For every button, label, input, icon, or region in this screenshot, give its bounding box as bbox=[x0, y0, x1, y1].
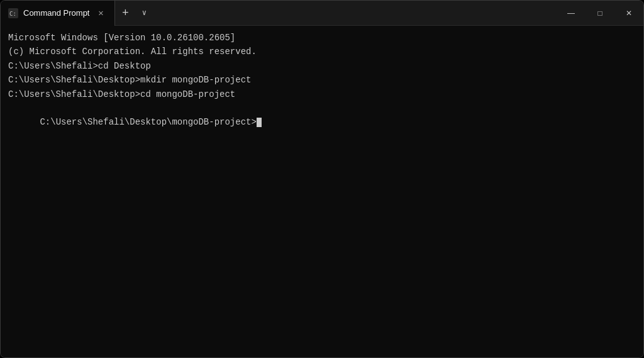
new-tab-button[interactable]: + bbox=[115, 3, 135, 23]
close-button[interactable]: ✕ bbox=[614, 1, 643, 26]
terminal-prompt-text: C:\Users\Shefali\Desktop\mongoDB-project… bbox=[40, 117, 256, 127]
tab-dropdown-button[interactable]: ∨ bbox=[135, 4, 153, 22]
terminal-window: C: Command Prompt ✕ + ∨ — □ ✕ Microsoft … bbox=[0, 0, 644, 358]
tab-title-label: Command Prompt bbox=[23, 8, 89, 18]
maximize-button[interactable]: □ bbox=[586, 1, 614, 26]
cmd-icon: C: bbox=[8, 8, 18, 18]
window-controls: — □ ✕ bbox=[557, 1, 643, 26]
active-tab[interactable]: C: Command Prompt ✕ bbox=[1, 1, 115, 26]
terminal-line-3: C:\Users\Shefali>cd Desktop bbox=[8, 59, 636, 73]
svg-text:C:: C: bbox=[9, 11, 16, 17]
terminal-line-0: Microsoft Windows [Version 10.0.26100.26… bbox=[8, 31, 636, 45]
terminal-line-1: (c) Microsoft Corporation. All rights re… bbox=[8, 45, 636, 59]
terminal-cursor bbox=[257, 118, 262, 127]
terminal-line-5: C:\Users\Shefali\Desktop>mkdir mongoDB-p… bbox=[8, 73, 636, 87]
terminal-prompt-line: C:\Users\Shefali\Desktop\mongoDB-project… bbox=[8, 101, 636, 143]
titlebar: C: Command Prompt ✕ + ∨ — □ ✕ bbox=[1, 1, 643, 26]
terminal-line-7: C:\Users\Shefali\Desktop>cd mongoDB-proj… bbox=[8, 87, 636, 101]
tab-close-button[interactable]: ✕ bbox=[94, 7, 107, 20]
minimize-button[interactable]: — bbox=[557, 1, 586, 26]
terminal-body[interactable]: Microsoft Windows [Version 10.0.26100.26… bbox=[1, 26, 643, 357]
titlebar-left: C: Command Prompt ✕ + ∨ bbox=[1, 1, 557, 26]
